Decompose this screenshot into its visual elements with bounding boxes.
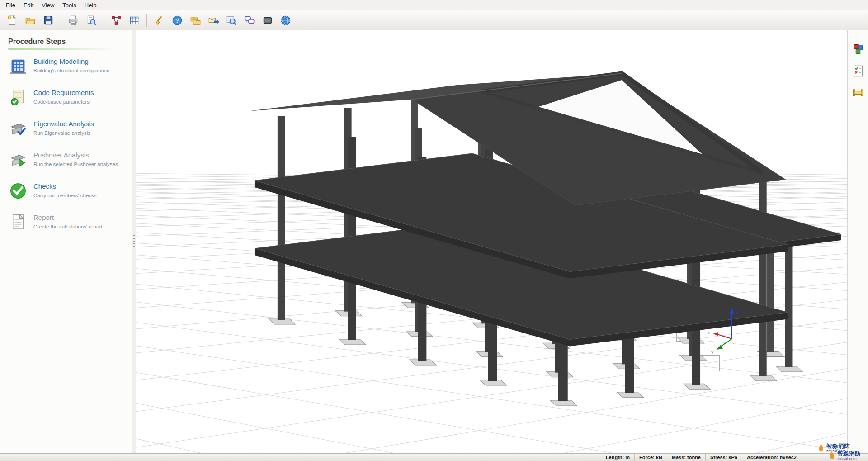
step-subtitle: Building's structural configuration: [33, 68, 109, 73]
menu-bar: File Edit View Tools Help: [0, 0, 868, 10]
step-checks[interactable]: Checks Carry out members' checks: [8, 181, 132, 201]
axis-x-label: x: [708, 330, 710, 335]
folders-icon: [189, 14, 201, 26]
toolbar-separator: [146, 14, 147, 27]
snapshot-button[interactable]: [259, 12, 276, 29]
print-preview-button[interactable]: [83, 12, 100, 29]
toolbar-separator: [104, 14, 104, 27]
svg-text:?: ?: [175, 17, 179, 24]
step-title: Building Modelling: [33, 57, 109, 65]
print-preview-icon: [85, 14, 97, 26]
toolbar: ?: [0, 10, 868, 31]
report-icon: [9, 213, 27, 231]
print-button[interactable]: [65, 12, 82, 29]
brush-icon: [153, 14, 165, 26]
help-button[interactable]: ?: [169, 12, 186, 29]
web-button[interactable]: [277, 12, 294, 29]
status-stress: Stress: kPa: [705, 454, 742, 461]
menu-help[interactable]: Help: [80, 1, 101, 10]
save-button[interactable]: [40, 12, 57, 29]
step-building-modelling[interactable]: Building Modelling Building's structural…: [8, 56, 132, 76]
splitter-grip: [133, 235, 135, 249]
send-button[interactable]: [205, 12, 222, 29]
model-3d-scene[interactable]: z x y: [136, 30, 847, 453]
code-requirements-icon: [9, 88, 27, 106]
help-icon: ?: [171, 14, 183, 26]
step-code-requirements[interactable]: Code Requirements Code-based parameters: [8, 87, 132, 107]
beam-section-icon: [852, 86, 864, 99]
step-pushover-analysis[interactable]: Pushover Analysis Run the selected Pusho…: [8, 150, 132, 170]
right-toolbar: [847, 30, 868, 453]
axis-y-label: y: [711, 349, 714, 354]
sidebar-splitter[interactable]: [132, 30, 136, 453]
step-subtitle: Run Eigenvalue analysis: [33, 130, 94, 136]
status-force: Force: kN: [634, 454, 667, 461]
step-subtitle: Code-based parameters: [33, 99, 94, 105]
new-button[interactable]: [4, 12, 21, 29]
menu-view[interactable]: View: [38, 1, 58, 10]
procedure-steps-panel: Procedure Steps Building Modelling Build…: [0, 30, 132, 453]
sidebar-title-rule: [8, 48, 117, 50]
step-title: Code Requirements: [33, 89, 94, 96]
model-blocks-icon: [852, 43, 864, 56]
tables-icon: [128, 14, 140, 26]
eigenvalue-analysis-icon: [9, 119, 27, 138]
toolbar-separator: [61, 14, 61, 27]
brush-button[interactable]: [151, 12, 168, 29]
menu-edit[interactable]: Edit: [19, 1, 38, 10]
search-icon: [226, 14, 237, 26]
step-title: Report: [33, 214, 102, 221]
connectivity-button[interactable]: [108, 12, 125, 29]
open-folder-icon: [24, 14, 36, 26]
step-title: Checks: [33, 182, 97, 190]
status-mass: Mass: tonne: [667, 454, 705, 461]
snapshot-icon: [262, 14, 274, 26]
send-mail-icon: [208, 14, 219, 26]
tables-button[interactable]: [126, 12, 143, 29]
building-modelling-icon: [9, 57, 27, 75]
building-model: [249, 73, 841, 406]
open-button[interactable]: [22, 12, 39, 29]
axis-z-label: z: [736, 309, 738, 314]
checks-list-button[interactable]: [850, 64, 866, 78]
step-subtitle: Carry out members' checks: [33, 193, 97, 198]
checks-list-icon: [852, 65, 864, 77]
step-report[interactable]: Report Create the calculations' report: [8, 212, 132, 232]
sidebar-title: Procedure Steps: [8, 38, 132, 46]
search-button[interactable]: [223, 12, 240, 29]
pushover-analysis-icon: [9, 151, 27, 169]
step-subtitle: Run the selected Pushover analyses: [33, 162, 118, 167]
status-bar: Length: m Force: kN Mass: tonne Stress: …: [0, 453, 868, 461]
status-length: Length: m: [601, 454, 634, 461]
step-title: Pushover Analysis: [33, 151, 118, 159]
comments-icon: [244, 14, 255, 26]
beam-section-button[interactable]: [850, 86, 866, 100]
connectivity-icon: [110, 14, 122, 26]
menu-file[interactable]: File: [2, 1, 19, 10]
print-icon: [67, 14, 79, 26]
new-document-icon: [6, 14, 18, 26]
checks-icon: [9, 182, 27, 200]
main-content: Procedure Steps Building Modelling Build…: [0, 30, 868, 453]
application-window: File Edit View Tools Help: [0, 0, 868, 461]
model-blocks-button[interactable]: [850, 42, 866, 57]
folders-button[interactable]: [187, 12, 204, 29]
step-title: Eigenvalue Analysis: [33, 120, 94, 128]
status-acceleration: Acceleration: m/sec2: [742, 454, 801, 461]
model-viewport[interactable]: z x y: [136, 30, 847, 453]
step-subtitle: Create the calculations' report: [33, 224, 102, 229]
menu-tools[interactable]: Tools: [58, 1, 80, 10]
comments-button[interactable]: [241, 12, 258, 29]
step-eigenvalue-analysis[interactable]: Eigenvalue Analysis Run Eigenvalue analy…: [8, 119, 132, 138]
save-icon: [42, 14, 54, 26]
globe-icon: [280, 14, 292, 26]
